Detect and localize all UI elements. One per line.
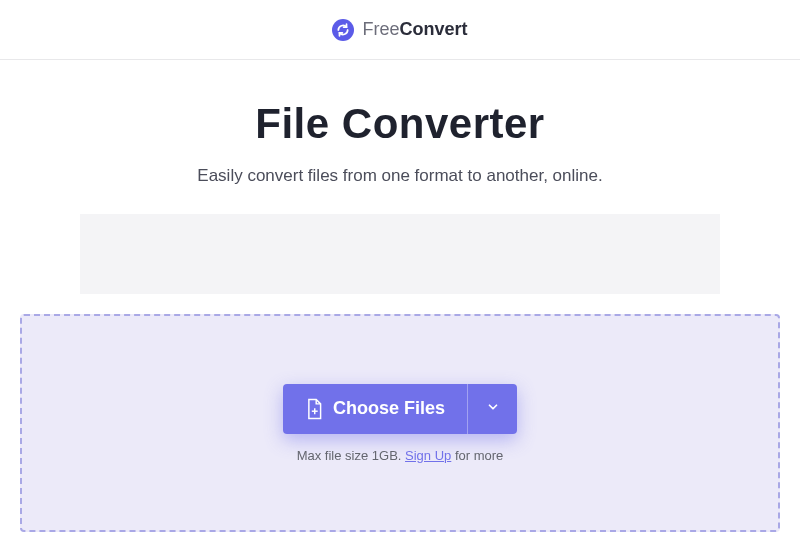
file-size-hint: Max file size 1GB. Sign Up for more xyxy=(297,448,504,463)
main-content: File Converter Easily convert files from… xyxy=(0,60,800,532)
page-title: File Converter xyxy=(0,100,800,148)
brand-logo[interactable]: FreeConvert xyxy=(332,19,467,41)
brand-name: FreeConvert xyxy=(362,19,467,40)
brand-second: Convert xyxy=(400,19,468,39)
ad-placeholder xyxy=(80,214,720,294)
hint-suffix: for more xyxy=(451,448,503,463)
choose-files-dropdown-button[interactable] xyxy=(467,384,517,434)
header: FreeConvert xyxy=(0,0,800,60)
choose-files-group: Choose Files xyxy=(283,384,517,434)
choose-files-label: Choose Files xyxy=(333,398,445,419)
refresh-icon xyxy=(332,19,354,41)
chevron-down-icon xyxy=(486,400,500,417)
hint-prefix: Max file size 1GB. xyxy=(297,448,405,463)
choose-files-button[interactable]: Choose Files xyxy=(283,384,467,434)
app-window: FreeConvert File Converter Easily conver… xyxy=(0,0,800,553)
file-add-icon xyxy=(305,398,323,420)
signup-link[interactable]: Sign Up xyxy=(405,448,451,463)
file-dropzone[interactable]: Choose Files Max file size 1GB. Sign Up … xyxy=(20,314,780,532)
brand-first: Free xyxy=(362,19,399,39)
page-subtitle: Easily convert files from one format to … xyxy=(0,166,800,186)
